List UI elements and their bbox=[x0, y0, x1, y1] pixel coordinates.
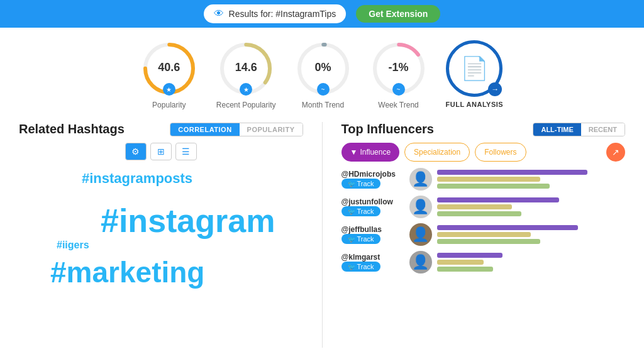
gauge-recent_popularity: 14.6 ★ bbox=[218, 40, 274, 97]
influencer-info: @HDmicrojobs🐦 Track bbox=[341, 170, 404, 189]
bars-col bbox=[437, 253, 626, 272]
filter-btn-specialization[interactable]: Specialization bbox=[404, 143, 470, 162]
gauge-number-week_trend: -1% bbox=[389, 61, 409, 74]
metric-item-popularity: 40.6 ★ Popularity bbox=[141, 40, 197, 109]
bars-col bbox=[437, 225, 626, 244]
view-filter-btn[interactable]: ⚙ bbox=[125, 143, 147, 160]
track-button[interactable]: 🐦 Track bbox=[341, 179, 380, 189]
filter-btn-influence[interactable]: ▼ Influence bbox=[341, 143, 400, 162]
share-icon: ↗ bbox=[612, 147, 619, 157]
twitter-icon: 🐦 bbox=[348, 263, 355, 270]
top-influencers-header: Top Influencers ALL-TIMERECENT bbox=[341, 122, 626, 136]
top-influencers-title: Top Influencers bbox=[341, 122, 434, 136]
full-analysis-circle: 📄 → bbox=[446, 40, 502, 97]
gauge-number-month_trend: 0% bbox=[315, 61, 331, 74]
rh-tab-correlation[interactable]: CORRELATION bbox=[170, 123, 239, 136]
tag-instagram[interactable]: #instagram bbox=[101, 202, 275, 240]
influencer-info: @justunfollow🐦 Track bbox=[341, 197, 404, 216]
metric-label-month_trend: Month Trend bbox=[302, 101, 344, 109]
influencer-row: @justunfollow🐦 Track👤 bbox=[341, 196, 626, 218]
influencer-name: @justunfollow bbox=[341, 197, 393, 206]
bar-green bbox=[437, 239, 541, 244]
twitter-icon: 🐦 bbox=[348, 236, 355, 243]
avatar-img: 👤 bbox=[412, 226, 429, 243]
tag-marketing[interactable]: #marketing bbox=[50, 255, 204, 289]
share-button[interactable]: ↗ bbox=[606, 143, 625, 162]
top-bar: 👁 Results for: #InstagramTips Get Extens… bbox=[0, 0, 644, 28]
bar-purple bbox=[437, 253, 503, 258]
influencer-name: @HDmicrojobs bbox=[341, 170, 396, 179]
avatar-img: 👤 bbox=[412, 199, 429, 215]
star-icon: ★ bbox=[163, 83, 175, 96]
ti-tab-recent[interactable]: RECENT bbox=[581, 123, 625, 136]
avatar: 👤 bbox=[409, 223, 432, 246]
bars-col bbox=[437, 170, 626, 189]
metric-label-popularity: Popularity bbox=[152, 101, 186, 109]
view-list-btn[interactable]: ☰ bbox=[175, 143, 197, 160]
avatar-img: 👤 bbox=[412, 171, 429, 187]
wave-icon: ~ bbox=[392, 83, 405, 96]
gauge-week_trend: -1% ~ bbox=[370, 40, 427, 97]
influencer-row: @klmgarst🐦 Track👤 bbox=[341, 251, 626, 274]
ti-tab-alltime[interactable]: ALL-TIME bbox=[533, 123, 580, 136]
results-pill: 👁 Results for: #InstagramTips bbox=[204, 4, 347, 23]
tag-iigers[interactable]: #iigers bbox=[57, 240, 89, 251]
gauge-popularity: 40.6 ★ bbox=[141, 40, 197, 97]
document-icon: 📄 bbox=[460, 55, 489, 82]
bar-purple bbox=[437, 170, 588, 175]
tag-instagramposts[interactable]: #instagramposts bbox=[82, 170, 192, 187]
bar-purple bbox=[437, 225, 579, 230]
get-extension-button[interactable]: Get Extension bbox=[356, 5, 440, 23]
bar-green bbox=[437, 267, 494, 272]
related-hashtags-title: Related Hashtags bbox=[19, 122, 125, 136]
gauge-month_trend: 0% ~ bbox=[295, 40, 352, 97]
metrics-row: 40.6 ★ Popularity 14.6 ★ Recent Populari… bbox=[0, 28, 644, 116]
bar-yellow bbox=[437, 260, 484, 265]
track-button[interactable]: 🐦 Track bbox=[341, 234, 380, 244]
gauge-number-recent_popularity: 14.6 bbox=[235, 61, 257, 74]
related-hashtags-header: Related Hashtags CORRELATIONPOPULARITY bbox=[19, 122, 303, 136]
metric-item-week_trend: -1% ~ Week Trend bbox=[370, 40, 427, 109]
arrow-badge: → bbox=[488, 82, 502, 96]
metric-item-month_trend: 0% ~ Month Trend bbox=[295, 40, 352, 109]
twitter-icon: 🐦 bbox=[348, 180, 355, 187]
twitter-icon: 🐦 bbox=[348, 208, 355, 215]
influencer-info: @jeffbullas🐦 Track bbox=[341, 225, 404, 244]
full-analysis-card[interactable]: 📄 → FULL ANALYSIS bbox=[446, 40, 504, 108]
bars-col bbox=[437, 197, 626, 216]
avatar: 👤 bbox=[409, 196, 432, 218]
influencer-name: @klmgarst bbox=[341, 253, 380, 262]
star-icon: ★ bbox=[240, 83, 252, 96]
influencer-list: @HDmicrojobs🐦 Track👤@justunfollow🐦 Track… bbox=[341, 168, 626, 274]
influence-icon: ▼ bbox=[350, 148, 358, 157]
bar-green bbox=[437, 211, 522, 216]
bar-purple bbox=[437, 197, 560, 202]
influencer-info: @klmgarst🐦 Track bbox=[341, 253, 404, 272]
main-content: Related Hashtags CORRELATIONPOPULARITY ⚙… bbox=[0, 116, 644, 354]
avatar-img: 👤 bbox=[412, 254, 429, 270]
divider bbox=[322, 122, 323, 348]
track-button[interactable]: 🐦 Track bbox=[341, 206, 380, 216]
track-button[interactable]: 🐦 Track bbox=[341, 262, 380, 272]
metric-label-week_trend: Week Trend bbox=[378, 101, 418, 109]
avatar: 👤 bbox=[409, 168, 432, 191]
tag-cloud: #instagramposts#instagram#iigers#marketi… bbox=[19, 164, 303, 290]
bar-yellow bbox=[437, 232, 531, 237]
influencer-filters: ▼ InfluenceSpecializationFollowers↗ bbox=[341, 143, 626, 162]
bar-green bbox=[437, 184, 550, 189]
wave-icon: ~ bbox=[317, 83, 330, 96]
related-hashtags-tabs: CORRELATIONPOPULARITY bbox=[170, 123, 303, 136]
view-grid-btn[interactable]: ⊞ bbox=[150, 143, 172, 160]
rh-tab-popularity[interactable]: POPULARITY bbox=[240, 123, 303, 136]
influencer-row: @HDmicrojobs🐦 Track👤 bbox=[341, 168, 626, 191]
top-influencers-tabs: ALL-TIMERECENT bbox=[533, 123, 625, 136]
results-label: Results for: #InstagramTips bbox=[229, 9, 336, 19]
metric-item-recent_popularity: 14.6 ★ Recent Popularity bbox=[216, 40, 276, 109]
view-toggles: ⚙ ⊞ ☰ bbox=[19, 143, 303, 160]
bar-yellow bbox=[437, 204, 513, 209]
filter-btn-followers[interactable]: Followers bbox=[475, 143, 526, 162]
left-panel: Related Hashtags CORRELATIONPOPULARITY ⚙… bbox=[19, 122, 303, 348]
influencer-row: @jeffbullas🐦 Track👤 bbox=[341, 223, 626, 246]
avatar: 👤 bbox=[409, 251, 432, 274]
gauge-number-popularity: 40.6 bbox=[158, 61, 180, 74]
